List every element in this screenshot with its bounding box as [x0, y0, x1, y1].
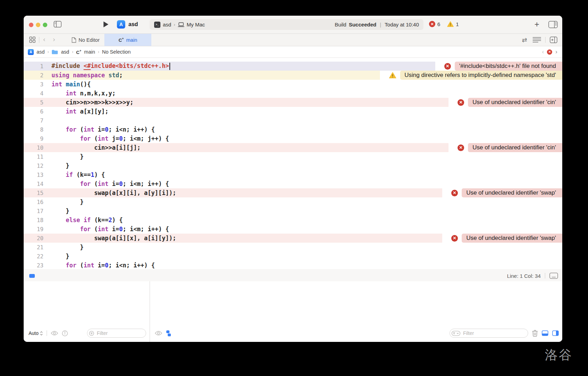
code-line[interactable]: 12 }: [24, 161, 562, 170]
error-annotation[interactable]: ✕Use of undeclared identifier 'swap': [442, 188, 562, 197]
code-line[interactable]: 10 cin>>a[i][j];✕Use of undeclared ident…: [24, 143, 562, 152]
error-annotation[interactable]: ✕Use of undeclared identifier 'cin': [448, 143, 562, 152]
line-number[interactable]: 23: [24, 262, 43, 269]
next-issue-icon[interactable]: ›: [555, 48, 557, 55]
zoom-button[interactable]: [43, 23, 47, 27]
line-number[interactable]: 12: [24, 163, 43, 169]
code-line[interactable]: 3int main(){: [24, 80, 562, 89]
line-number[interactable]: 6: [24, 108, 43, 115]
inspector-toggle-icon[interactable]: [548, 21, 558, 28]
issue-badge-icon[interactable]: ✕: [547, 49, 552, 55]
scope-popup[interactable]: Auto: [29, 330, 43, 336]
line-number[interactable]: 22: [24, 253, 43, 260]
navigator-toggle-icon[interactable]: [54, 21, 62, 28]
line-number[interactable]: 20: [24, 235, 43, 242]
line-number[interactable]: 13: [24, 172, 43, 178]
tab-main[interactable]: C+ main: [104, 34, 151, 46]
code-line[interactable]: 17 }: [24, 206, 562, 216]
warning-annotation[interactable]: Using directive refers to implicitly-def…: [380, 71, 562, 80]
breadcrumb-selection[interactable]: No Selection: [102, 49, 130, 55]
error-annotation[interactable]: ✕Use of undeclared identifier 'cin': [448, 98, 562, 107]
console-pane-toggle-icon[interactable]: [552, 330, 559, 336]
debugger-stack-icon[interactable]: [166, 330, 171, 337]
code-line[interactable]: 20 swap(a[i][x], a[i][y]);✕Use of undecl…: [24, 234, 562, 243]
line-number[interactable]: 5: [24, 99, 43, 106]
code-line[interactable]: 23 for (int i=0; i<n; i++) {: [24, 261, 562, 269]
line-number[interactable]: 17: [24, 208, 43, 214]
code-line[interactable]: 22 }: [24, 252, 562, 261]
breadcrumb-project[interactable]: asd: [37, 49, 45, 55]
filter-input[interactable]: [96, 330, 142, 336]
line-number[interactable]: 8: [24, 126, 43, 133]
info-icon[interactable]: [62, 330, 68, 336]
code-line[interactable]: 19 for (int i=0; i<m; i++) {: [24, 225, 562, 234]
line-number[interactable]: 16: [24, 199, 43, 205]
tab-no-editor[interactable]: No Editor: [68, 34, 103, 46]
line-number[interactable]: 15: [24, 190, 43, 196]
add-button[interactable]: +: [534, 20, 539, 29]
code-line[interactable]: 21 }: [24, 243, 562, 252]
code-line[interactable]: 13 if (k==1) {: [24, 170, 562, 179]
code-line[interactable]: 5 cin>>n>>m>>k>>x>>y;✕Use of undeclared …: [24, 98, 562, 107]
minimap-lines-icon[interactable]: [533, 37, 541, 43]
trash-icon[interactable]: [532, 330, 538, 337]
prev-issue-icon[interactable]: ‹: [542, 48, 544, 55]
line-number[interactable]: 14: [24, 181, 43, 187]
error-annotation[interactable]: ✕Use of undeclared identifier 'swap': [442, 234, 562, 243]
breadcrumb-file[interactable]: main: [84, 49, 95, 55]
line-number[interactable]: 10: [24, 144, 43, 151]
code-text: cin>>a[i][j];: [51, 144, 141, 151]
line-number[interactable]: 9: [24, 135, 43, 142]
code-line[interactable]: 14 for (int i=0; i<m; i++) {: [24, 179, 562, 188]
error-badge-icon: ✕: [451, 235, 458, 242]
activity-view[interactable]: >_ asd › My Mac Build Succeeded | Today …: [150, 19, 423, 30]
minimize-button[interactable]: [36, 23, 40, 27]
breakpoint-toggle-icon[interactable]: [29, 274, 35, 278]
filter-input[interactable]: [462, 330, 524, 336]
error-annotation[interactable]: ✕'#include<bits/stdc++.h' file not found: [435, 62, 562, 71]
divider: [47, 330, 47, 336]
variables-pane-toggle-icon[interactable]: [542, 330, 548, 336]
code-line[interactable]: 6 int a[x][y];: [24, 107, 562, 116]
code-line[interactable]: 1#include <#include<bits/stdc++.h>✕'#inc…: [24, 62, 562, 71]
code-line[interactable]: 16 }: [24, 197, 562, 206]
variables-view[interactable]: [24, 281, 150, 326]
code-line[interactable]: 18 else if (k==2) {: [24, 216, 562, 225]
console-filter-field[interactable]: [450, 329, 528, 338]
close-button[interactable]: [29, 23, 33, 27]
code-text: #include <#include<bits/stdc++.h>: [51, 62, 170, 70]
code-line[interactable]: 2using namespace std;Using directive ref…: [24, 71, 562, 80]
issue-counts[interactable]: ✕ 6 1: [429, 21, 459, 27]
line-number[interactable]: 4: [24, 90, 43, 97]
eye-icon[interactable]: [155, 331, 162, 336]
code-editor[interactable]: 1#include <#include<bits/stdc++.h>✕'#inc…: [24, 58, 562, 269]
back-icon[interactable]: ‹: [43, 36, 45, 43]
line-number[interactable]: 21: [24, 244, 43, 251]
run-button[interactable]: [103, 21, 109, 28]
code-line[interactable]: 8 for (int i=0; i<n; i++) {: [24, 125, 562, 134]
code-text: for (int i=0; i<m; i++) {: [51, 226, 169, 233]
console-view[interactable]: [150, 281, 562, 326]
forward-icon[interactable]: ›: [53, 36, 55, 43]
line-number[interactable]: 7: [24, 117, 43, 124]
line-number[interactable]: 1: [24, 63, 43, 70]
code-line[interactable]: 4 int n,m,k,x,y;: [24, 89, 562, 98]
issue-message: Use of undeclared identifier 'swap': [462, 234, 562, 243]
display-icon[interactable]: [549, 273, 558, 279]
editor-grid-icon[interactable]: [29, 37, 35, 44]
code-line[interactable]: 7: [24, 116, 562, 125]
code-line[interactable]: 15 swap(a[x][i], a[y][i]);✕Use of undecl…: [24, 188, 562, 197]
swap-editors-icon[interactable]: ⇄: [522, 36, 527, 44]
add-editor-icon[interactable]: [550, 37, 557, 43]
line-number[interactable]: 3: [24, 81, 43, 88]
scheme-selector[interactable]: >_ asd › My Mac: [154, 22, 205, 28]
eye-icon[interactable]: [51, 331, 58, 336]
line-number[interactable]: 18: [24, 217, 43, 224]
line-number[interactable]: 19: [24, 226, 43, 233]
variables-filter-field[interactable]: [87, 329, 146, 338]
code-line[interactable]: 9 for (int j=0; i<m; j++) {: [24, 134, 562, 143]
code-line[interactable]: 11 }: [24, 152, 562, 161]
line-number[interactable]: 2: [24, 72, 43, 79]
line-number[interactable]: 11: [24, 154, 43, 160]
breadcrumb-folder[interactable]: asd: [61, 49, 69, 55]
